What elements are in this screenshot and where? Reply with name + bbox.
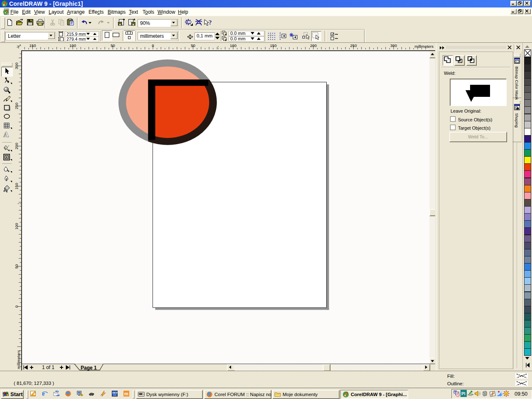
svg-text:y: y — [225, 38, 227, 41]
svg-text:250: 250 — [14, 103, 19, 109]
svg-text:100: 100 — [14, 223, 19, 230]
svg-text:200: 200 — [14, 143, 19, 150]
svg-text:0: 0 — [152, 43, 154, 48]
svg-text:++: ++ — [113, 394, 116, 397]
svg-text:300: 300 — [14, 63, 19, 69]
svg-text:150: 150 — [270, 43, 277, 48]
svg-text:Pl: Pl — [461, 392, 466, 396]
svg-text:millimeters: millimeters — [415, 44, 434, 49]
svg-text:m: m — [124, 391, 128, 396]
svg-text:millimeters: millimeters — [16, 350, 21, 369]
svg-text:100: 100 — [69, 43, 76, 48]
svg-text:250: 250 — [350, 43, 357, 48]
svg-text:x: x — [225, 32, 227, 36]
svg-text:0: 0 — [14, 305, 19, 308]
svg-text:150: 150 — [14, 183, 19, 190]
svg-text:50: 50 — [191, 43, 195, 48]
svg-text:100: 100 — [230, 43, 236, 48]
svg-text:50: 50 — [111, 43, 115, 48]
svg-text:?: ? — [209, 19, 212, 26]
svg-text:150: 150 — [30, 43, 36, 48]
svg-text:200: 200 — [310, 43, 317, 48]
svg-text:50: 50 — [14, 264, 19, 269]
svg-text:A: A — [4, 131, 9, 138]
svg-text:300: 300 — [390, 43, 397, 48]
svg-text:e: e — [42, 390, 45, 397]
